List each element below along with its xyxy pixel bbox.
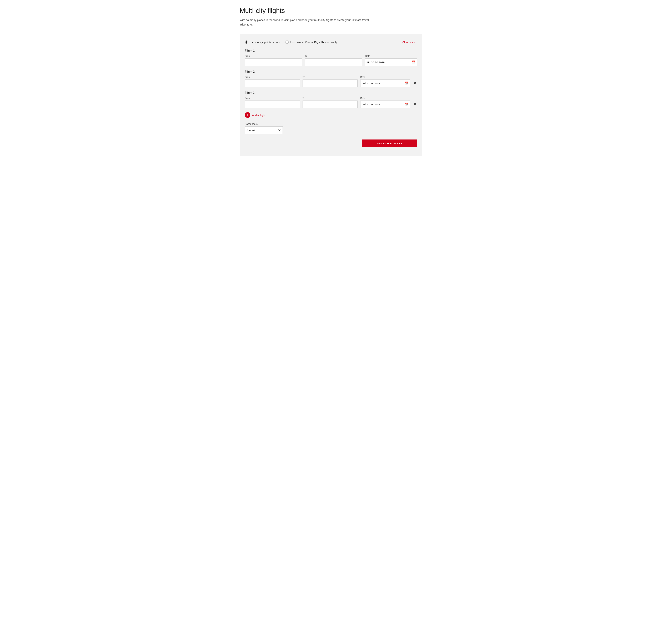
flight-2-from-group: From xyxy=(245,76,300,87)
flight-3-to-input[interactable] xyxy=(303,100,358,108)
flight-1-date-group: Date 📅 xyxy=(365,55,417,66)
flight-1-date-label: Date xyxy=(365,55,417,58)
flight-1-date-input[interactable] xyxy=(365,59,417,66)
passengers-section: Passengers 1 Adult 2 Adults 3 Adults 4 A… xyxy=(245,122,417,134)
flight-2-date-group: Date 📅 xyxy=(360,76,410,87)
flight-2-from-label: From xyxy=(245,76,300,78)
passengers-label: Passengers xyxy=(245,122,417,125)
search-flights-button[interactable]: SEARCH FLIGHTS xyxy=(362,139,417,147)
page-title: Multi-city flights xyxy=(240,7,422,15)
flight-2-to-label: To xyxy=(303,76,358,78)
option-points-only[interactable]: Use points - Classic Flight Rewards only xyxy=(285,41,337,44)
flight-3-to-label: To xyxy=(303,97,358,99)
flight-2-section: Flight 2 From To Date 📅 ✕ xyxy=(245,70,417,87)
flight-3-to-group: To xyxy=(303,97,358,108)
flight-1-from-group: From xyxy=(245,55,302,66)
clear-search-button[interactable]: Clear search xyxy=(402,41,417,44)
flight-3-date-label: Date xyxy=(360,97,410,99)
flight-1-to-group: To xyxy=(305,55,362,66)
flight-2-from-input[interactable] xyxy=(245,79,300,87)
flight-2-date-input[interactable] xyxy=(360,79,410,87)
add-flight-icon: + xyxy=(245,112,250,118)
flight-3-date-wrapper: 📅 xyxy=(360,100,410,108)
payment-options-row: Use money, points or both Use points - C… xyxy=(245,41,417,44)
flight-2-date-wrapper: 📅 xyxy=(360,79,410,87)
flight-2-to-group: To xyxy=(303,76,358,87)
flight-3-date-input[interactable] xyxy=(360,100,410,108)
radio-points-only[interactable] xyxy=(285,41,289,44)
option-money-points-label: Use money, points or both xyxy=(250,41,280,44)
flight-3-from-input[interactable] xyxy=(245,100,300,108)
footer-row: SEARCH FLIGHTS xyxy=(245,139,417,147)
add-flight-label: Add a flight xyxy=(252,114,265,117)
flight-1-section: Flight 1 From To Date 📅 xyxy=(245,49,417,66)
search-form: Use money, points or both Use points - C… xyxy=(240,33,422,156)
flight-3-from-label: From xyxy=(245,97,300,99)
flight-1-from-label: From xyxy=(245,55,302,58)
flight-2-row: From To Date 📅 ✕ xyxy=(245,76,417,87)
remove-flight-3-button[interactable]: ✕ xyxy=(413,100,417,108)
flight-2-label: Flight 2 xyxy=(245,70,417,73)
flight-1-date-wrapper: 📅 xyxy=(365,59,417,66)
flight-1-label: Flight 1 xyxy=(245,49,417,52)
option-money-points[interactable]: Use money, points or both xyxy=(245,41,280,44)
flight-1-to-label: To xyxy=(305,55,362,58)
flight-3-section: Flight 3 From To Date 📅 ✕ xyxy=(245,91,417,108)
passengers-select[interactable]: 1 Adult 2 Adults 3 Adults 4 Adults 1 Adu… xyxy=(245,127,283,134)
flight-3-from-group: From xyxy=(245,97,300,108)
flight-1-row: From To Date 📅 xyxy=(245,55,417,66)
payment-radio-group: Use money, points or both Use points - C… xyxy=(245,41,337,44)
flight-3-label: Flight 3 xyxy=(245,91,417,94)
flight-1-to-input[interactable] xyxy=(305,59,362,66)
flight-1-from-input[interactable] xyxy=(245,59,302,66)
page-description: With so many places in the world to visi… xyxy=(240,18,374,27)
flight-3-date-group: Date 📅 xyxy=(360,97,410,108)
add-flight-row[interactable]: + Add a flight xyxy=(245,112,417,118)
flight-2-date-label: Date xyxy=(360,76,410,78)
flight-2-to-input[interactable] xyxy=(303,79,358,87)
remove-flight-2-button[interactable]: ✕ xyxy=(413,79,417,87)
option-points-only-label: Use points - Classic Flight Rewards only xyxy=(290,41,337,44)
flight-3-row: From To Date 📅 ✕ xyxy=(245,97,417,108)
radio-money-points[interactable] xyxy=(245,41,248,44)
